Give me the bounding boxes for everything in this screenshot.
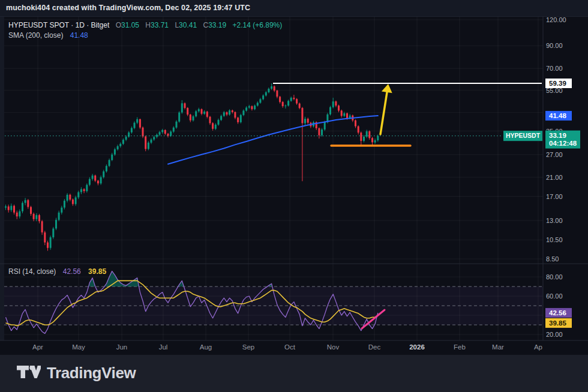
- month-label: Ap: [534, 343, 542, 351]
- rsi-label[interactable]: RSI (14, close): [8, 267, 56, 276]
- rsi-axis-label: 20.00: [546, 331, 563, 338]
- rsi-axis-label: 80.00: [546, 273, 563, 281]
- sma-line[interactable]: [168, 116, 378, 164]
- svg-text:41.48: 41.48: [549, 112, 566, 119]
- high-value: 33.71: [151, 21, 169, 29]
- price-axis-label: 17.00: [546, 193, 563, 200]
- open-value: 31.05: [121, 21, 139, 29]
- symbol-price-marker[interactable]: HYPEUSDT: [503, 131, 542, 141]
- svg-text:04:12:48: 04:12:48: [549, 140, 577, 147]
- price-axis-label: 10.50: [546, 236, 563, 243]
- symbol-ohlc-row: HYPEUSDT SPOT · 1D · Bitget O31.05 H33.7…: [8, 20, 282, 31]
- month-label: Jun: [116, 343, 128, 351]
- low-value: 30.41: [179, 21, 197, 29]
- symbol-title[interactable]: HYPEUSDT SPOT · 1D · Bitget: [8, 21, 109, 29]
- chart-canvas[interactable]: 120.0090.0070.0055.0035.0027.0021.0017.0…: [0, 17, 588, 355]
- attribution-bar: muchoki404 created with TradingView.com,…: [0, 0, 588, 17]
- price-axis-label: 90.00: [546, 42, 563, 49]
- price-axis-label: 8.50: [546, 255, 559, 263]
- month-label: Apr: [32, 343, 43, 351]
- svg-text:42.56: 42.56: [549, 309, 566, 316]
- sma-value: 41.48: [70, 31, 88, 40]
- rsi-value: 42.56: [63, 267, 81, 276]
- price-axis-label: 120.00: [546, 17, 566, 23]
- month-label: Dec: [368, 343, 381, 351]
- price-axis-label: 21.00: [546, 174, 563, 181]
- month-label: Mar: [492, 343, 504, 351]
- month-label: Jul: [159, 343, 168, 351]
- close-label: C: [203, 21, 208, 29]
- rsi-ma-value: 39.85: [88, 267, 106, 276]
- price-axis-label: 13.00: [546, 217, 563, 224]
- tradingview-logo-icon: [17, 366, 41, 381]
- left-gutter: [0, 17, 4, 340]
- svg-text:59.39: 59.39: [549, 80, 566, 87]
- footer-bar: TradingView: [0, 355, 588, 392]
- rsi-axis[interactable]: 80.0060.0020.00: [546, 273, 563, 338]
- rsi-legend: RSI (14, close) 42.56 39.85: [8, 267, 106, 276]
- tradingview-brand-text: TradingView: [47, 364, 136, 382]
- rsi-axis-label: 60.00: [546, 293, 563, 300]
- candlestick-series[interactable]: [5, 83, 379, 251]
- month-label: Sep: [242, 343, 254, 351]
- symbol-legend: HYPEUSDT SPOT · 1D · Bitget O31.05 H33.7…: [8, 20, 282, 41]
- month-label: Oct: [284, 343, 296, 351]
- high-label: H: [145, 21, 151, 29]
- svg-text:HYPEUSDT: HYPEUSDT: [506, 132, 541, 139]
- tradingview-logo[interactable]: TradingView: [17, 364, 136, 382]
- month-label: Aug: [200, 343, 212, 351]
- month-label: May: [72, 343, 85, 351]
- sma-legend-row: SMA (200, close) 41.48: [8, 31, 282, 41]
- svg-text:39.85: 39.85: [549, 319, 566, 327]
- svg-text:33.19: 33.19: [549, 132, 566, 139]
- sma-label[interactable]: SMA (200, close): [8, 31, 63, 40]
- open-label: O: [116, 21, 121, 29]
- month-label: 2026: [409, 343, 425, 351]
- month-label: Nov: [327, 343, 340, 351]
- price-axis-label: 27.00: [546, 151, 563, 158]
- attribution-text: muchoki404 created with TradingView.com,…: [6, 4, 250, 12]
- yellow-breakout-arrow[interactable]: [380, 84, 392, 134]
- close-value: 33.19: [208, 21, 226, 29]
- change-value: +2.14 (+6.89%): [233, 21, 283, 29]
- time-axis[interactable]: AprMayJunJulAugSepOctNovDec2026FebMarAp: [32, 343, 542, 351]
- month-label: Feb: [454, 343, 466, 351]
- price-axis-label: 70.00: [546, 65, 563, 72]
